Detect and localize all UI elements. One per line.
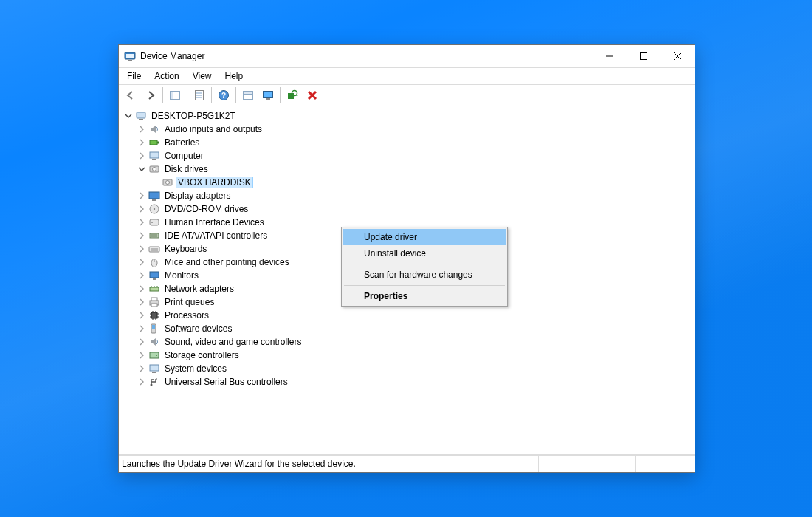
forward-button[interactable]: [141, 86, 160, 105]
tree-item-label: Keyboards: [163, 244, 208, 254]
tree-item-label: Batteries: [163, 137, 201, 148]
menu-file[interactable]: File: [120, 70, 148, 82]
svg-point-33: [166, 181, 170, 185]
dvd-icon: [148, 203, 160, 215]
update-driver-tool-button[interactable]: [238, 86, 258, 105]
tree-category-display[interactable]: Display adapters: [123, 189, 695, 202]
statusbar-cell: [635, 456, 695, 472]
tree-category-software[interactable]: Software devices: [123, 322, 695, 335]
svg-rect-24: [137, 112, 145, 118]
tree-item-label: Processors: [163, 310, 210, 321]
tree-category-disk[interactable]: Disk drives: [123, 162, 695, 176]
expand-icon[interactable]: [137, 284, 147, 294]
show-hide-tree-button[interactable]: [165, 86, 185, 105]
svg-rect-26: [150, 140, 157, 145]
uninstall-device-button[interactable]: [303, 86, 322, 105]
svg-rect-25: [139, 119, 143, 120]
tree-category-computer[interactable]: Computer: [123, 149, 695, 162]
hid-icon: [148, 216, 160, 228]
menu-view[interactable]: View: [186, 70, 219, 82]
expand-icon[interactable]: [137, 297, 147, 307]
disk-icon: [148, 163, 160, 175]
close-button[interactable]: [661, 45, 695, 67]
tree-item-label: Human Interface Devices: [163, 217, 266, 227]
disk-icon: [162, 177, 173, 188]
expand-icon[interactable]: [137, 137, 147, 148]
expand-icon[interactable]: [137, 363, 147, 374]
ctx-update-driver[interactable]: Update driver: [343, 229, 506, 245]
expand-icon[interactable]: [137, 337, 147, 347]
back-button[interactable]: [121, 86, 140, 105]
ctx-separator: [344, 264, 505, 264]
tree-category-system[interactable]: System devices: [123, 362, 695, 375]
context-menu: Update driver Uninstall device Scan for …: [341, 227, 508, 307]
svg-rect-56: [151, 304, 157, 307]
mouse-icon: [148, 256, 160, 268]
expand-icon[interactable]: [137, 151, 147, 161]
help-button[interactable]: ?: [214, 86, 233, 105]
expand-icon[interactable]: [137, 377, 147, 387]
tree-category-speaker[interactable]: Audio inputs and outputs: [123, 123, 695, 136]
expand-icon[interactable]: [137, 270, 147, 281]
svg-rect-19: [288, 93, 294, 99]
tree-category-usb[interactable]: Universal Serial Bus controllers: [123, 375, 695, 388]
toolbar-separator: [280, 87, 281, 103]
menu-action[interactable]: Action: [148, 70, 185, 82]
svg-rect-1: [128, 60, 132, 61]
maximize-button[interactable]: [627, 45, 661, 67]
usb-icon: [148, 376, 160, 388]
battery-icon: [148, 137, 160, 148]
svg-rect-38: [150, 219, 159, 225]
expand-icon[interactable]: [137, 323, 147, 334]
root-icon: [135, 110, 147, 122]
ctx-scan-hardware[interactable]: Scan for hardware changes: [343, 267, 506, 283]
tree-item-label: IDE ATA/ATAPI controllers: [163, 230, 269, 241]
tree-item-label: Monitors: [163, 270, 200, 281]
scan-hardware-button[interactable]: [283, 86, 302, 105]
svg-rect-71: [152, 372, 156, 373]
monitor-tool-button[interactable]: [258, 86, 278, 105]
expand-icon[interactable]: [137, 124, 147, 134]
expand-icon[interactable]: [137, 191, 147, 201]
collapse-icon[interactable]: [137, 164, 147, 174]
tree-category-cpu[interactable]: Processors: [123, 309, 695, 322]
menu-help[interactable]: Help: [219, 70, 250, 82]
speaker-icon: [148, 123, 160, 135]
expand-icon[interactable]: [137, 350, 147, 360]
expand-icon[interactable]: [137, 257, 147, 267]
tree-item-label: Display adapters: [163, 191, 232, 201]
tree-category-sound[interactable]: Sound, video and game controllers: [123, 335, 695, 349]
tree-device[interactable]: VBOX HARDDISK: [123, 176, 695, 189]
ctx-separator: [344, 285, 505, 286]
svg-rect-16: [244, 92, 253, 95]
svg-rect-2: [126, 54, 134, 58]
toolbar: ?: [119, 85, 695, 106]
tree-category-dvd[interactable]: DVD/CD-ROM drives: [123, 202, 695, 216]
ide-icon: [148, 230, 160, 242]
app-icon: [124, 50, 136, 62]
printer-icon: [148, 296, 160, 308]
collapse-icon[interactable]: [123, 111, 134, 121]
storage-icon: [148, 349, 160, 361]
system-icon: [148, 363, 160, 374]
expand-icon[interactable]: [137, 244, 147, 254]
window-buttons: [593, 45, 695, 67]
expand-icon[interactable]: [137, 217, 147, 227]
monitor-icon: [148, 270, 160, 281]
expand-icon[interactable]: [137, 310, 147, 321]
expand-icon[interactable]: [137, 204, 147, 214]
svg-rect-68: [150, 352, 159, 358]
toolbar-separator: [162, 87, 163, 103]
tree-category-storage[interactable]: Storage controllers: [123, 349, 695, 362]
tree-category-battery[interactable]: Batteries: [123, 136, 695, 149]
svg-rect-35: [152, 199, 156, 201]
ctx-properties[interactable]: Properties: [343, 288, 506, 304]
properties-button[interactable]: [190, 86, 209, 105]
tree-item-label: DVD/CD-ROM drives: [163, 204, 250, 214]
minimize-button[interactable]: [593, 45, 627, 67]
tree-item-label: Mice and other pointing devices: [163, 257, 291, 267]
expand-icon[interactable]: [137, 230, 147, 241]
tree-root[interactable]: DESKTOP-P5G1K2T: [123, 109, 695, 123]
svg-rect-67: [152, 325, 155, 329]
ctx-uninstall-device[interactable]: Uninstall device: [343, 245, 506, 261]
